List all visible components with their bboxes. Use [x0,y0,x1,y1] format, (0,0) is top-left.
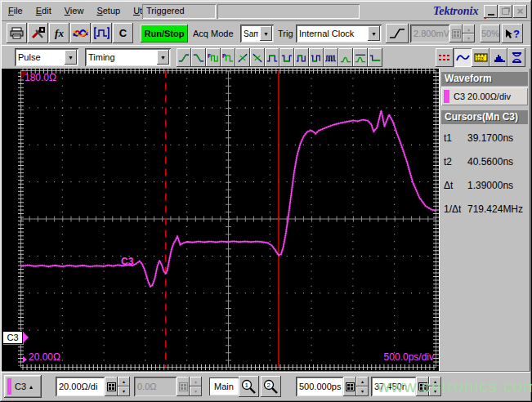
period-icon: P [221,52,235,64]
cursor-invdt-label: 1/Δt [441,203,467,215]
menu-edit[interactable]: Edit [29,3,58,19]
cross-plus-button[interactable] [235,48,250,67]
readout-panel: Waveform C3 20.00Ω/div Cursors(Mn C3) t1… [439,69,530,371]
neg-width-button[interactable] [279,48,294,67]
timebase-mode-field[interactable]: Main [209,377,239,395]
channel-marker-c3[interactable]: C3 [2,331,29,344]
waveform-database-button[interactable] [70,23,91,43]
set-50pct-button[interactable]: 50% [481,25,500,42]
trig-source-value: Internal Clock [296,29,366,38]
spin-up-button[interactable]: ▴ [356,377,369,386]
neg-width-icon [280,52,293,64]
channel-color-stripe [7,378,11,395]
acq-mode-select[interactable]: Sample ▼ [240,25,274,42]
spin-up-button[interactable]: ▴ [463,25,475,34]
keypad-icon [179,382,188,391]
spin-down-button[interactable]: ▾ [463,34,475,42]
menu-setup[interactable]: Setup [90,3,127,19]
neg-duty-button[interactable] [309,48,324,67]
measurement-readout-button[interactable]: 123 [472,48,490,67]
trig-source-select[interactable]: Internal Clock ▼ [296,25,382,42]
pos-width-button[interactable] [265,48,279,67]
vertical-scale-value[interactable]: 20.00Ω/di [56,377,105,396]
magnifier-1-digit: 1 [245,381,249,388]
run-stop-button[interactable]: Run/Stop [141,25,188,42]
vertical-offset-value: 0.0Ω [134,377,177,396]
waveform-view-button[interactable] [454,48,472,67]
magnify-1-button[interactable]: 1 [239,376,259,397]
tools-button[interactable] [28,23,48,43]
waveform-entry-c3[interactable]: C3 20.00Ω/div [441,87,528,105]
measure-category-select[interactable]: Pulse ▼ [15,48,78,66]
oscilloscope-window: File Edit View Setup Utilities Help Trig… [0,0,532,402]
measure-subcategory-select[interactable]: Timing ▼ [85,48,171,66]
keypad-button[interactable] [177,377,190,396]
spin-down-button[interactable]: ▾ [118,386,130,396]
channel-marker-arrow-icon [23,332,29,343]
settling-icon [369,52,382,64]
minimize-button[interactable] [484,5,498,18]
measure-category-value: Pulse [15,52,63,62]
chevron-down-icon[interactable]: ▼ [157,50,169,65]
pos-duty-button[interactable] [294,48,309,67]
pos-width-icon [266,52,279,64]
timebase-scale-spinner[interactable]: 500.000ps ▴ ▾ [296,377,369,396]
keypad-button[interactable] [343,377,356,396]
vertical-scale-spinner[interactable]: 20.00Ω/di ▴ ▾ [56,377,130,396]
trig-slope-button[interactable] [386,24,409,43]
context-help-button[interactable]: ? [502,24,523,43]
spin-up-button[interactable]: ▴ [118,377,130,386]
clear-button[interactable]: C [113,23,133,43]
rise-time-button[interactable] [177,48,191,67]
chevron-down-icon[interactable]: ▼ [260,26,272,41]
print-button[interactable] [7,23,27,43]
spin-down-button[interactable]: ▾ [356,386,369,396]
restore-icon [502,8,509,15]
menu-file[interactable]: File [2,3,29,19]
pos-overshoot-button[interactable] [338,48,353,67]
vertical-offset-spinner[interactable]: 0.0Ω ▴ ▾ [134,377,202,396]
frequency-button[interactable]: F [206,48,221,67]
fall-time-button[interactable] [191,48,206,67]
ruler-digits: 123 [476,56,483,61]
trig-level-spinner[interactable]: 2.800mV ▴ ▾ [410,25,475,42]
cursor-row-t2: t2 40.5600ns [441,150,528,173]
waveform-entry-text: C3 20.00Ω/div [454,92,511,101]
settling-button[interactable] [368,48,382,67]
graticule [2,69,439,371]
reference-arrow-icon [23,356,27,363]
watermark: www.cntronics.com [378,377,532,396]
pulse-marker-icon [94,27,110,39]
pos-duty-icon [295,52,308,64]
trig-level-value: 2.800mV [410,25,449,42]
spin-down-button[interactable]: ▾ [190,386,202,396]
help-question-mark: ? [513,28,520,40]
pos-overshoot-icon [339,52,352,64]
keypad-button[interactable] [105,377,118,396]
cross-minus-button[interactable] [250,48,265,67]
cursor-row-t1: t1 39.1700ns [441,126,528,150]
chevron-down-icon[interactable]: ▼ [368,26,380,41]
timebase-scale-value[interactable]: 500.000ps [296,377,343,396]
burst-button[interactable] [324,48,338,67]
close-button[interactable]: × [513,5,527,18]
fx-icon: fx [55,27,64,40]
fx-button[interactable]: fx [49,23,69,43]
period-button[interactable]: P [221,48,235,67]
spin-up-button[interactable]: ▴ [190,377,202,386]
magnify-2-button[interactable]: 2 [261,376,281,397]
pulse-marker-button[interactable] [92,23,112,43]
chevron-up-icon: ▴ [29,383,33,391]
cursors-toggle-button[interactable] [436,48,454,67]
neg-overshoot-button[interactable] [353,48,368,67]
keypad-button[interactable] [449,25,463,42]
restore-button[interactable] [498,5,512,18]
histogram-button[interactable] [490,48,507,67]
keypad-icon [107,382,116,391]
trace-label-c3[interactable]: C3 [121,256,133,267]
menu-view[interactable]: View [58,3,91,19]
magnifier-2-digit: 2 [267,381,271,388]
channel-select-button[interactable]: C3 ▴ [4,375,42,398]
mask-button[interactable] [507,48,525,67]
chevron-down-icon[interactable]: ▼ [65,50,77,65]
